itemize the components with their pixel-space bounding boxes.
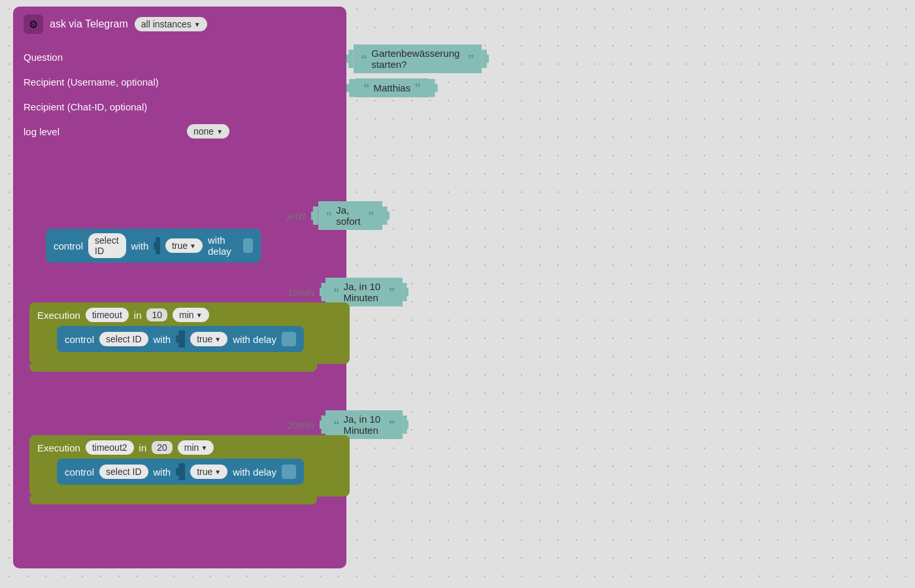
recipient-chatid-label: Recipient (Chat-ID, optional) (24, 101, 187, 112)
timeout-pill-1[interactable]: timeout (86, 308, 129, 322)
close-quote: ” (389, 419, 395, 431)
execution-block-1-wrap: Execution timeout in 10 min ▼ (29, 302, 350, 372)
exec-bottom-tab-2 (29, 497, 317, 504)
question-label: Question (24, 52, 187, 63)
with-delay-label-3: with delay (233, 466, 276, 478)
close-quote: ” (468, 53, 474, 65)
username-string-block: “ Matthias ” (346, 78, 438, 97)
control-label-2: control (65, 334, 94, 345)
question-row: Question (24, 44, 336, 69)
open-quote: “ (361, 53, 368, 65)
true-dropdown-1[interactable]: true ▼ (165, 238, 203, 253)
question-value: Gartenbewässerung starten? (371, 48, 464, 70)
tenmin-label: 10min (288, 287, 320, 298)
true-connector-left-2 (176, 331, 185, 348)
execution-block-1: Execution timeout in 10 min ▼ (29, 302, 350, 364)
open-quote: “ (333, 286, 340, 299)
control-label-1: control (54, 240, 83, 252)
right-connector (403, 283, 408, 301)
block-title: ask via Telegram (50, 18, 128, 30)
in-label-2: in (139, 442, 147, 453)
exec-bottom-tab-1 (29, 364, 317, 372)
min-dropdown-1[interactable]: min ▼ (173, 308, 208, 322)
block-header: ⚙ ask via Telegram all instances ▼ (24, 14, 336, 34)
connector-right-username (187, 73, 197, 90)
recipient-username-label: Recipient (Username, optional) (24, 76, 187, 88)
chevron-down-icon: ▼ (196, 312, 203, 319)
connector-right-chatid (187, 98, 197, 115)
min-dropdown-2[interactable]: min ▼ (178, 440, 214, 455)
execution-header-1: Execution timeout in 10 min ▼ (37, 308, 342, 322)
page: ⚙ ask via Telegram all instances ▼ Quest… (0, 0, 915, 588)
recipient-chatid-row: Recipient (Chat-ID, optional) (24, 94, 336, 119)
with-delay-label-1: with delay (208, 235, 238, 257)
question-string-block-wrap: “ Gartenbewässerung starten? ” (346, 44, 489, 73)
jetzt-string-block: “ Ja, sofort ” (311, 201, 390, 230)
execution-block-2: Execution timeout2 in 20 min ▼ (29, 435, 350, 497)
execution-header-2: Execution timeout2 in 20 min ▼ (37, 440, 342, 455)
gear-icon: ⚙ (24, 14, 43, 34)
connector-right-question (187, 48, 197, 65)
instances-label: all instances (141, 19, 191, 29)
with-label-3: with (154, 466, 171, 478)
chevron-down-icon: ▼ (214, 468, 221, 476)
in-label-1: in (134, 310, 142, 321)
loglevel-row: log level none ▼ (24, 119, 336, 144)
control-block-3: control select ID with true ▼ with delay (57, 459, 304, 485)
right-connector (482, 50, 489, 68)
true-dropdown-2[interactable]: true ▼ (190, 332, 227, 346)
instances-dropdown[interactable]: all instances ▼ (135, 17, 207, 31)
with-label-2: with (154, 334, 171, 345)
chevron-down-icon: ▼ (201, 444, 207, 451)
close-quote: ” (368, 210, 374, 222)
close-quote: ” (414, 82, 421, 94)
chevron-down-icon: ▼ (190, 242, 196, 250)
true-dropdown-3[interactable]: true ▼ (190, 465, 227, 479)
select-id-2[interactable]: select ID (99, 332, 148, 346)
question-string-block: “ Gartenbewässerung starten? ” (346, 44, 489, 73)
control-block-2: control select ID with true ▼ with delay (57, 326, 304, 352)
left-connector (346, 79, 356, 97)
jetzt-value: Ja, sofort (336, 204, 364, 227)
right-connector (429, 79, 438, 97)
tenmin-value: Ja, in 10 Minuten (343, 281, 384, 303)
loglevel-dropdown[interactable]: none ▼ (187, 124, 229, 139)
timeout-num-2[interactable]: 20 (152, 441, 173, 454)
right-connector (382, 206, 390, 225)
select-id-1[interactable]: select ID (88, 233, 126, 258)
left-connector (311, 206, 318, 225)
right-connector (403, 416, 408, 434)
select-id-3[interactable]: select ID (99, 465, 148, 479)
timeout-num-1[interactable]: 10 (146, 308, 167, 321)
jetzt-row: jetzt “ Ja, sofort ” (288, 201, 390, 230)
execution-label-2: Execution (37, 442, 80, 453)
string-body: “ Gartenbewässerung starten? ” (354, 44, 482, 73)
execution-block-2-wrap: Execution timeout2 in 20 min ▼ (29, 435, 350, 504)
execution-label-1: Execution (37, 310, 80, 321)
close-quote: ” (389, 286, 395, 299)
timeout-pill-2[interactable]: timeout2 (86, 440, 134, 455)
chevron-down-icon: ▼ (216, 128, 223, 135)
true-connector-left-3 (176, 463, 185, 480)
chevron-down-icon: ▼ (194, 21, 201, 28)
twentymin-label: 20min (288, 419, 320, 431)
loglevel-value: none (193, 126, 214, 137)
delay-square-2 (282, 332, 296, 346)
delay-square-1 (243, 238, 253, 253)
string-body: “ Matthias ” (356, 78, 429, 97)
exec-bottom-padding-1 (37, 356, 342, 361)
string-body: “ Ja, sofort ” (318, 201, 382, 230)
twentymin-value: Ja, in 10 Minuten (343, 414, 384, 436)
delay-square-3 (282, 465, 296, 479)
exec-bottom-padding-2 (37, 489, 342, 494)
control-block-3-container: control select ID with true ▼ with delay (57, 459, 342, 485)
with-label-1: with (131, 240, 149, 252)
open-quote: “ (363, 82, 370, 94)
true-connector-left (154, 237, 160, 254)
jetzt-label: jetzt (288, 210, 311, 221)
chevron-down-icon: ▼ (214, 336, 221, 343)
recipient-username-row: Recipient (Username, optional) (24, 69, 336, 94)
open-quote: “ (333, 419, 340, 431)
control-block-1: control select ID with true ▼ with delay (46, 229, 261, 263)
control-block-1-wrap: control select ID with true ▼ with delay (46, 229, 261, 263)
